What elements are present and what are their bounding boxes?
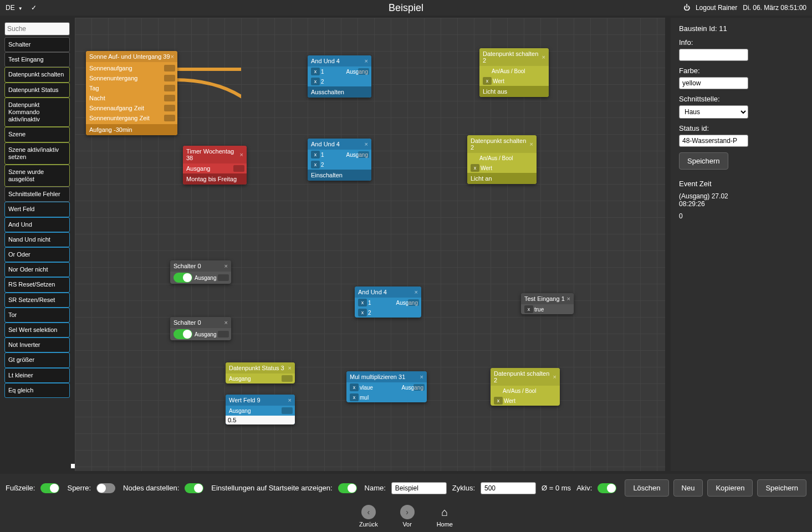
block-item[interactable]: Or Oder bbox=[4, 247, 70, 262]
status-input[interactable] bbox=[679, 135, 748, 147]
output-port[interactable] bbox=[282, 407, 293, 414]
block-item[interactable]: Gt größer bbox=[4, 352, 70, 367]
node-switch-1[interactable]: Schalter 0× Ausgang bbox=[170, 260, 231, 284]
name-input[interactable] bbox=[391, 482, 447, 494]
output-port[interactable] bbox=[358, 151, 369, 158]
output-port[interactable] bbox=[164, 115, 175, 121]
port-x[interactable]: x bbox=[311, 78, 320, 85]
close-icon[interactable]: × bbox=[542, 54, 545, 60]
block-item[interactable]: Schalter bbox=[4, 37, 70, 52]
output-port[interactable] bbox=[164, 95, 175, 101]
zyklus-input[interactable] bbox=[481, 482, 536, 494]
port-x[interactable]: x bbox=[358, 309, 367, 316]
output-port[interactable] bbox=[218, 274, 229, 281]
block-item[interactable]: And Und bbox=[4, 217, 70, 232]
port-x[interactable]: x bbox=[483, 77, 492, 85]
port-x[interactable]: x bbox=[311, 68, 320, 75]
close-icon[interactable]: × bbox=[415, 289, 418, 295]
farbe-input[interactable] bbox=[679, 77, 748, 89]
block-item[interactable]: Tor bbox=[4, 308, 70, 323]
node-and-1[interactable]: And Und 4× x1Ausgang x2 Ausschalten bbox=[308, 55, 371, 98]
save-button[interactable]: Speichern bbox=[757, 479, 806, 497]
block-item[interactable]: Lt kleiner bbox=[4, 368, 70, 383]
check-icon[interactable]: ✓ bbox=[31, 4, 37, 12]
node-dp-1[interactable]: Datenpunkt schalten 2× An/Aus / Bool xWe… bbox=[479, 48, 549, 97]
node-timer[interactable]: Timer Wochentag 38× Ausgang Montag bis F… bbox=[183, 146, 247, 185]
node-dpstatus[interactable]: Datenpunkt Status 3× Ausgang bbox=[226, 362, 295, 383]
output-port[interactable] bbox=[358, 68, 369, 75]
nodes-toggle[interactable] bbox=[185, 483, 203, 493]
toggle-switch[interactable] bbox=[173, 273, 192, 283]
close-icon[interactable]: × bbox=[530, 141, 533, 147]
fusszeile-toggle[interactable] bbox=[40, 483, 59, 493]
close-icon[interactable]: × bbox=[288, 397, 292, 403]
logout-link[interactable]: Logout Rainer bbox=[696, 4, 737, 12]
node-mul[interactable]: Mul multiplizieren 31× xvlaueAusgang xmu… bbox=[346, 371, 427, 402]
nav-back[interactable]: ‹Zurück bbox=[359, 505, 378, 528]
output-port[interactable] bbox=[164, 85, 175, 91]
block-item[interactable]: Not Inverter bbox=[4, 337, 70, 352]
close-icon[interactable]: × bbox=[288, 365, 292, 371]
output-port[interactable] bbox=[413, 384, 425, 391]
node-wert[interactable]: Wert Feld 9× Ausgang bbox=[226, 395, 295, 424]
save-button[interactable]: Speichern bbox=[679, 152, 728, 170]
node-and-3[interactable]: And Und 4× x1Ausgang x2 bbox=[355, 287, 421, 318]
output-port[interactable] bbox=[408, 299, 419, 306]
output-port[interactable] bbox=[233, 165, 244, 172]
node-dp-2[interactable]: Datenpunkt schalten 2× An/Aus / Bool xWe… bbox=[467, 135, 537, 184]
close-icon[interactable]: × bbox=[553, 374, 556, 380]
node-and-2[interactable]: And Und 4× x1Ausgang x2 Einschalten bbox=[308, 139, 371, 181]
block-item[interactable]: Datenpunkt schalten bbox=[4, 67, 70, 82]
port-x[interactable]: x bbox=[524, 305, 533, 313]
block-item[interactable]: Test Eingang bbox=[4, 52, 70, 67]
canvas[interactable]: Sonne Auf- und Untergang 39× Sonnenaufga… bbox=[75, 18, 665, 471]
block-item[interactable]: Eq gleich bbox=[4, 383, 70, 398]
language-dropdown[interactable]: DE bbox=[6, 4, 23, 12]
output-port[interactable] bbox=[164, 105, 175, 111]
node-switch-2[interactable]: Schalter 0× Ausgang bbox=[170, 317, 231, 340]
close-icon[interactable]: × bbox=[420, 374, 423, 380]
nav-home[interactable]: ⌂Home bbox=[437, 505, 453, 528]
close-icon[interactable]: × bbox=[365, 58, 368, 64]
block-item[interactable]: Szene wurde ausgelöst bbox=[4, 165, 70, 187]
block-item[interactable]: Datenpunkt Status bbox=[4, 83, 70, 98]
einstellungen-toggle[interactable] bbox=[338, 483, 357, 493]
block-item[interactable]: RS Reset/Setzen bbox=[4, 277, 70, 292]
akiv-toggle[interactable] bbox=[597, 483, 616, 493]
info-input[interactable] bbox=[679, 49, 748, 61]
block-item[interactable]: Schnittstelle Fehler bbox=[4, 187, 70, 202]
port-x[interactable]: x bbox=[311, 161, 320, 168]
output-port[interactable] bbox=[218, 331, 229, 337]
close-icon[interactable]: × bbox=[240, 151, 243, 158]
delete-button[interactable]: Löschen bbox=[625, 479, 668, 497]
node-dp-3[interactable]: Datenpunkt schalten 2× An/Aus / Bool xWe… bbox=[491, 368, 560, 406]
block-item[interactable]: Wert Feld bbox=[4, 202, 70, 217]
block-item[interactable]: Szene bbox=[4, 127, 70, 142]
block-item[interactable]: Sel Wert selektion bbox=[4, 323, 70, 337]
block-item[interactable]: Datenpunkt Kommando aktiv/inaktiv bbox=[4, 98, 70, 127]
value-input[interactable] bbox=[226, 416, 295, 424]
port-x[interactable]: x bbox=[471, 164, 479, 172]
node-sun[interactable]: Sonne Auf- und Untergang 39× Sonnenaufga… bbox=[86, 51, 177, 135]
output-port[interactable] bbox=[164, 65, 175, 71]
block-item[interactable]: Nor Oder nicht bbox=[4, 262, 70, 277]
power-icon[interactable]: ⏻ bbox=[683, 4, 690, 12]
nav-forward[interactable]: ›Vor bbox=[400, 505, 415, 528]
port-x[interactable]: x bbox=[358, 299, 367, 306]
output-port[interactable] bbox=[282, 375, 293, 382]
output-port[interactable] bbox=[164, 75, 175, 81]
new-button[interactable]: Neu bbox=[673, 479, 703, 497]
close-icon[interactable]: × bbox=[567, 295, 570, 302]
node-test[interactable]: Test Eingang 1× xtrue bbox=[521, 293, 574, 314]
search-input[interactable] bbox=[4, 22, 70, 35]
block-item[interactable]: Szene aktiv/inaktiv setzen bbox=[4, 142, 70, 165]
port-x[interactable]: x bbox=[311, 151, 320, 158]
port-x[interactable]: x bbox=[494, 397, 503, 405]
port-x[interactable]: x bbox=[350, 383, 359, 391]
schnittstelle-select[interactable]: Haus bbox=[679, 105, 748, 119]
toggle-switch[interactable] bbox=[173, 329, 192, 339]
block-item[interactable]: Nand Und nicht bbox=[4, 232, 70, 247]
copy-button[interactable]: Kopieren bbox=[707, 479, 753, 497]
close-icon[interactable]: × bbox=[224, 263, 228, 269]
sperre-toggle[interactable] bbox=[96, 483, 115, 493]
